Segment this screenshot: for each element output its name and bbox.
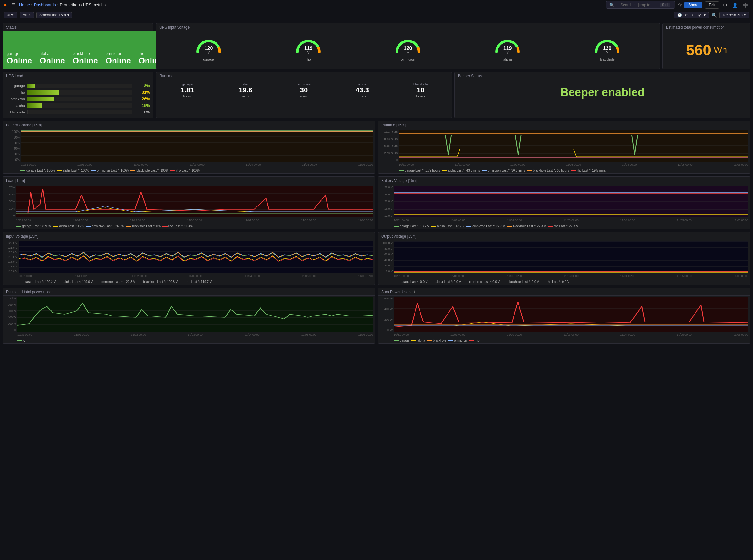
- zoom-out-icon[interactable]: 🔍: [712, 13, 717, 18]
- svg-text:119: 119: [503, 45, 512, 51]
- beeper-title: Beeper Status: [455, 72, 750, 80]
- lc-ll-blackhole: blackhole Last *: 0%: [132, 224, 161, 228]
- pu-y-400: 400 W: [8, 316, 16, 319]
- battery-svg: [21, 130, 373, 162]
- runtime-unit-rho: mins: [217, 94, 274, 98]
- search-box[interactable]: 🔍 Search or jump to... ⌘+k: [606, 1, 675, 9]
- share-button[interactable]: Share: [685, 2, 702, 8]
- load-bar-bg-omnicron: [27, 97, 132, 101]
- bv-x-1: 10/31 00:00: [394, 219, 409, 222]
- search-icon: 🔍: [609, 3, 614, 7]
- battery-voltage-title: Battery Voltage [15m]: [378, 177, 750, 184]
- iv-lc-alpha: [58, 282, 63, 282]
- load-svg: [16, 186, 373, 217]
- rt-legend-label-garage: garage Last *: 1.79 hours: [405, 169, 440, 172]
- status-name-blackhole: blackhole: [73, 51, 98, 56]
- sp-lc-omnicron: [448, 340, 453, 341]
- load-chart-content: 70% 50% 30% 10% 0: [3, 184, 375, 223]
- filter-close-icon[interactable]: ✕: [28, 13, 31, 17]
- gauge-label-garage: garage: [203, 58, 214, 61]
- load-name-blackhole: blackhole: [6, 110, 25, 114]
- pu-y-0: 0: [15, 328, 16, 332]
- legend-color-garage: [20, 170, 25, 171]
- breadcrumb-dashboards[interactable]: Dashboards: [34, 2, 56, 7]
- settings-icon[interactable]: ⚙: [722, 1, 729, 9]
- load-svg-area: 10/31 00:00 11/01 00:00 11/02 00:00 11/0…: [16, 186, 373, 222]
- bv-x-3: 11/02 00:00: [507, 219, 522, 222]
- all-filter[interactable]: All ✕: [20, 12, 34, 18]
- sum-power-panel: Sum Power Usage ℹ 600 W 400 W 200 W 0 W: [378, 287, 751, 344]
- output-voltage-title: Output Voltage [15m]: [378, 232, 750, 240]
- gauge-blackhole: 120 V blackhole: [593, 34, 621, 61]
- iv-x-4: 11/03 00:00: [188, 274, 203, 278]
- bv-y-28: 28.0 V: [384, 186, 393, 189]
- runtime-title: Runtime: [156, 72, 452, 80]
- load-legend: garage Last *: 8.90% alpha Last *: 15% o…: [3, 223, 375, 229]
- load-pct-garage: 8%: [134, 83, 150, 88]
- iv-ll-garage: garage Last *: 120.2 V: [24, 280, 56, 283]
- sp-legend-garage: garage: [394, 339, 410, 342]
- battery-x-2: 11/01 00:00: [77, 163, 93, 166]
- edit-button[interactable]: Edit: [705, 1, 719, 9]
- star-icon[interactable]: ☆: [678, 2, 682, 8]
- pu-x-7: 11/06 00:00: [358, 333, 373, 336]
- bv-legend-garage: garage Last *: 13.7 V: [394, 224, 429, 228]
- lc-lc-blackhole: [126, 226, 131, 226]
- iv-svg-area: 10/31 00:00 11/01 00:00 11/02 00:00 11/0…: [19, 241, 373, 278]
- ov-svg-area: 10/31 00:00 11/01 00:00 11/02 00:00 11/0…: [394, 241, 748, 278]
- load-row-rho: rho 31%: [3, 89, 153, 96]
- runtime-chart-title: Runtime [15m]: [378, 121, 750, 129]
- power-usage-panel: Estimated total power usage 1 kW 800 W 6…: [2, 287, 375, 344]
- pu-content: 1 kW 800 W 600 W 400 W 200 W 0: [3, 296, 375, 338]
- svg-rect-37: [394, 241, 748, 273]
- svg-text:V: V: [307, 51, 309, 54]
- pu-y-800: 800 W: [8, 303, 16, 306]
- power-title: Estimated total power consumption: [663, 23, 750, 31]
- sp-legend: garage alpha blackhole omnicron rho: [378, 338, 750, 343]
- sum-power-info-icon: ℹ: [414, 290, 415, 294]
- sp-x-1: 10/31 00:00: [394, 333, 409, 336]
- pu-svg-area: 10/31 00:00 11/01 00:00 11/02 00:00 11/0…: [17, 297, 373, 336]
- pu-y-axis: 1 kW 800 W 600 W 400 W 200 W 0: [5, 297, 17, 332]
- sp-svg-area: 10/31 00:00 11/01 00:00 11/02 00:00 11/0…: [394, 297, 748, 336]
- hamburger-icon[interactable]: ☰: [12, 3, 15, 7]
- iv-ll-omnicron: omnicron Last *: 120.8 V: [101, 280, 135, 283]
- toolbar: UPS All ✕ Smoothing 15m ▾ 🕐 Last 7 days …: [0, 10, 753, 20]
- lc-legend-rho: rho Last *: 31.3%: [162, 224, 193, 228]
- ov-legend-omnicron: omnicron Last *: 0.0 V: [463, 280, 500, 283]
- smoothing-dropdown[interactable]: Smoothing 15m ▾: [37, 12, 72, 18]
- input-voltage-panel: Input Voltage [15m] 122.0 V 121.0 V 120.…: [2, 232, 375, 285]
- user-icon[interactable]: 👤: [731, 1, 739, 9]
- battery-x-axis: 10/31 00:00 11/01 00:00 11/02 00:00 11/0…: [21, 163, 373, 166]
- pu-lc-c: [17, 340, 22, 341]
- iv-legend-blackhole: blackhole Last *: 120.8 V: [137, 280, 178, 283]
- iv-y-117: 117.0 V: [7, 265, 17, 268]
- runtime-y-1: 11.1 hours: [384, 130, 398, 133]
- legend-garage: garage Last *: 100%: [20, 169, 55, 172]
- time-range-selector[interactable]: 🕐 Last 7 days ▾: [674, 12, 709, 18]
- sp-x-axis: 10/31 00:00 11/01 00:00 11/02 00:00 11/0…: [394, 333, 748, 336]
- sp-lc-rho: [469, 340, 474, 341]
- pu-legend-c: C: [17, 339, 25, 342]
- refresh-button[interactable]: Refresh 5m ▾: [719, 12, 749, 18]
- tag-label: UPS: [6, 13, 15, 17]
- bv-y-12: 12.0 V: [384, 214, 393, 217]
- sp-svg: [394, 297, 748, 332]
- iv-x-1: 10/31 00:00: [19, 274, 34, 278]
- breadcrumb-home[interactable]: Home: [19, 2, 30, 7]
- iv-ll-alpha: alpha Last *: 119.6 V: [64, 280, 93, 283]
- add-icon[interactable]: ➕: [741, 1, 749, 9]
- svg-text:119: 119: [304, 45, 312, 51]
- ov-y-40: 40.0 V: [384, 258, 393, 261]
- battery-charge-title: Battery Charge [15m]: [3, 121, 375, 129]
- ups-tag[interactable]: UPS: [4, 12, 17, 18]
- power-unit: Wh: [714, 45, 727, 55]
- sp-legend-alpha: alpha: [411, 339, 425, 342]
- lc-lc-garage: [16, 226, 21, 226]
- legend-omnicron: omnicron Last *: 100%: [91, 169, 129, 172]
- ov-y-20: 20.0 V: [384, 264, 393, 267]
- pu-x-1: 10/31 00:00: [17, 333, 32, 336]
- runtime-y-2: 8.33 hours: [384, 137, 398, 140]
- iv-x-6: 11/05 00:00: [301, 274, 316, 278]
- load-bar-bg-blackhole: [27, 110, 132, 114]
